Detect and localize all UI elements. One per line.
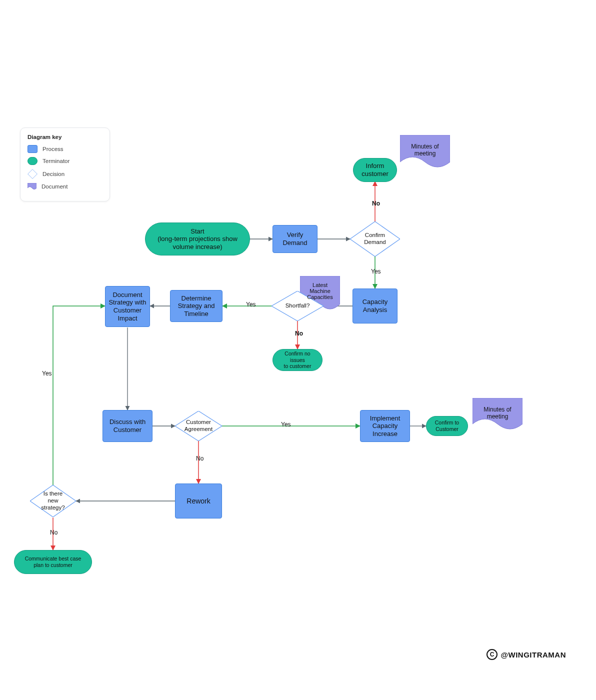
edge-label-no: No (195, 455, 204, 462)
legend-panel: Diagram key Process Terminator Decision … (20, 128, 110, 202)
node-label: Inform customer (362, 162, 388, 178)
node-label: Confirm Demand (364, 232, 386, 246)
legend-label: Document (42, 184, 68, 190)
terminator-confirm-to-customer: Confirm to Customer (426, 416, 468, 436)
legend-title: Diagram key (28, 134, 102, 140)
node-label: Capacity Analysis (362, 298, 388, 314)
terminator-inform-customer: Inform customer (353, 158, 397, 182)
terminator-swatch (28, 157, 38, 165)
node-label: Discuss with Customer (110, 418, 146, 434)
process-verify-demand: Verify Demand (272, 225, 318, 253)
watermark-text: @WINGITRAMAN (500, 650, 566, 659)
process-determine-strategy: Determine Strategy and Timeline (170, 290, 222, 322)
process-capacity-analysis: Capacity Analysis (352, 288, 398, 324)
process-rework: Rework (175, 484, 222, 518)
legend-row-process: Process (28, 145, 102, 153)
decision-new-strategy: Is there new strategy? (30, 485, 76, 517)
copyright-icon: C (486, 649, 498, 660)
document-label: Minutes of meeting (400, 140, 450, 160)
node-label: Customer Agreement (184, 419, 212, 433)
terminator-communicate-plan: Communicate best case plan to customer (14, 550, 92, 574)
edge-label-no: No (49, 529, 58, 536)
node-label: Start (long-term projections show volume… (158, 228, 238, 251)
process-document-strategy: Document Strategy with Customer Impact (105, 286, 150, 327)
document-label: Minutes of meeting (472, 403, 522, 423)
process-swatch (28, 145, 38, 153)
edge-label-no: No (294, 330, 304, 337)
watermark: C @WINGITRAMAN (486, 649, 566, 660)
legend-row-document: Document (28, 183, 102, 190)
legend-label: Decision (42, 171, 64, 177)
legend-row-terminator: Terminator (28, 157, 102, 165)
node-label: Confirm no issues to customer (277, 350, 318, 370)
node-label: Confirm to Customer (435, 420, 459, 432)
node-label: Shortfall? (286, 302, 310, 310)
node-label: Document Strategy with Customer Impact (108, 291, 146, 322)
node-label: Communicate best case plan to customer (25, 556, 82, 568)
flowchart-canvas: Diagram key Process Terminator Decision … (0, 0, 596, 700)
document-label: Latest Machine Capacities (300, 279, 340, 303)
edge-label-yes: Yes (370, 268, 382, 275)
legend-label: Process (42, 146, 64, 152)
document-minutes-top: Minutes of meeting (400, 135, 450, 170)
decision-confirm-demand: Confirm Demand (350, 222, 400, 256)
edge-label-yes: Yes (280, 421, 292, 428)
legend-label: Terminator (42, 158, 70, 164)
node-label: Determine Strategy and Timeline (178, 294, 215, 318)
edge-label-yes: Yes (245, 301, 257, 308)
node-label: Implement Capacity Increase (370, 414, 400, 438)
terminator-confirm-no-issues: Confirm no issues to customer (272, 349, 322, 371)
edge-label-yes: Yes (41, 370, 53, 377)
decision-customer-agreement: Customer Agreement (175, 411, 222, 441)
process-discuss-customer: Discuss with Customer (102, 410, 152, 442)
node-label: Verify Demand (282, 231, 307, 246)
legend-row-decision: Decision (28, 169, 102, 179)
edge-label-no: No (371, 200, 381, 207)
document-swatch (28, 183, 36, 190)
node-label: Is there new strategy? (39, 490, 67, 511)
terminator-start: Start (long-term projections show volume… (145, 222, 250, 256)
document-minutes-bottom: Minutes of meeting (472, 398, 522, 432)
node-label: Rework (186, 497, 210, 506)
process-implement-capacity: Implement Capacity Increase (360, 410, 410, 442)
decision-swatch (28, 169, 38, 179)
